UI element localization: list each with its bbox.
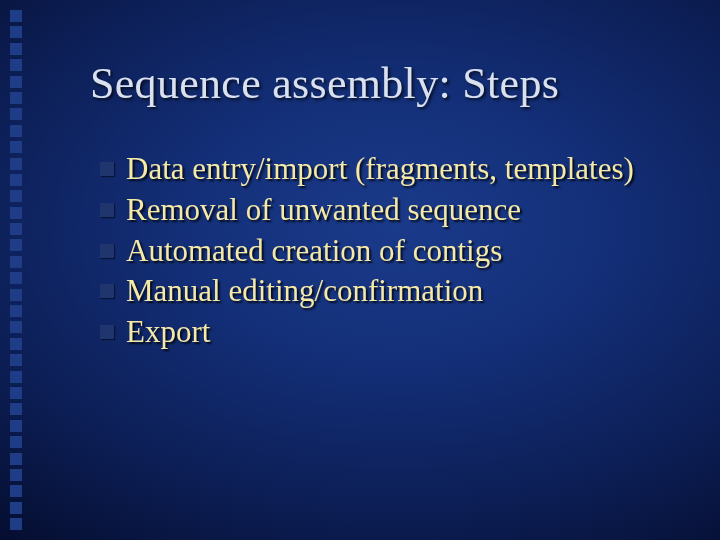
slide-title: Sequence assembly: Steps [90, 58, 559, 109]
list-item-text: Manual editing/confirmation [126, 272, 483, 311]
square-bullet-icon [100, 244, 114, 258]
list-item: Manual editing/confirmation [100, 272, 680, 311]
square-bullet-icon [100, 203, 114, 217]
bullet-list: Data entry/import (fragments, templates)… [100, 150, 680, 354]
decorative-left-squares [10, 10, 22, 530]
square-bullet-icon [100, 162, 114, 176]
list-item: Removal of unwanted sequence [100, 191, 680, 230]
square-bullet-icon [100, 325, 114, 339]
square-bullet-icon [100, 284, 114, 298]
list-item: Data entry/import (fragments, templates) [100, 150, 680, 189]
list-item-text: Automated creation of contigs [126, 232, 502, 271]
list-item-text: Data entry/import (fragments, templates) [126, 150, 634, 189]
slide: Sequence assembly: Steps Data entry/impo… [0, 0, 720, 540]
list-item: Automated creation of contigs [100, 232, 680, 271]
list-item-text: Removal of unwanted sequence [126, 191, 521, 230]
list-item-text: Export [126, 313, 210, 352]
list-item: Export [100, 313, 680, 352]
